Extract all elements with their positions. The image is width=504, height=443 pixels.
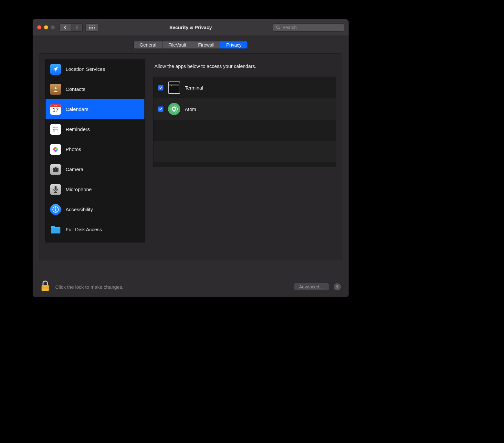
folder-icon: [50, 224, 61, 235]
sidebar-item-label: Photos: [66, 146, 81, 152]
footer: Click the lock to make changes. Advanced…: [33, 276, 349, 297]
svg-point-2: [55, 87, 57, 89]
app-row-empty: [153, 141, 336, 162]
svg-rect-18: [55, 167, 57, 168]
sidebar-item-label: Microphone: [66, 187, 92, 192]
svg-rect-37: [42, 290, 49, 290]
svg-rect-36: [42, 288, 49, 289]
svg-rect-35: [42, 287, 49, 288]
app-checkbox[interactable]: [158, 106, 163, 112]
search-field[interactable]: [273, 23, 344, 32]
location-icon: [50, 64, 61, 75]
app-label: Terminal: [185, 85, 203, 91]
microphone-icon: [50, 184, 61, 195]
app-label: Atom: [185, 106, 196, 112]
app-checkbox[interactable]: [158, 85, 163, 91]
app-list: >_ Terminal Atom: [153, 77, 336, 167]
lock-text: Click the lock to make changes.: [55, 284, 123, 290]
lock-icon[interactable]: [40, 280, 50, 293]
svg-rect-21: [55, 186, 57, 190]
sidebar-item-label: Full Disk Access: [66, 227, 102, 232]
calendar-month: JUL: [54, 104, 58, 106]
titlebar: Security & Privacy: [33, 19, 349, 36]
sidebar-item-label: Contacts: [66, 86, 85, 92]
sidebar-item-label: Accessibility: [66, 207, 93, 212]
back-button[interactable]: [59, 23, 71, 32]
preferences-window: Security & Privacy General FileVault Fir…: [32, 19, 349, 297]
svg-point-7: [53, 130, 55, 132]
sidebar-item-calendars[interactable]: JUL 17 Calendars: [46, 99, 144, 119]
atom-icon: [168, 103, 180, 115]
tab-bar: General FileVault Firewall Privacy: [39, 41, 342, 49]
app-row-empty: [153, 120, 336, 141]
sidebar-item-label: Calendars: [66, 106, 89, 112]
sidebar-item-label: Location Services: [66, 66, 105, 72]
svg-rect-6: [55, 129, 58, 130]
permission-description: Allow the apps below to access your cale…: [153, 59, 336, 77]
svg-point-25: [55, 207, 56, 209]
tab-general[interactable]: General: [134, 41, 163, 49]
svg-line-1: [279, 28, 280, 29]
sidebar-item-accessibility[interactable]: Accessibility: [46, 200, 144, 220]
content-panel: Location Services Contacts: [39, 53, 342, 260]
privacy-category-list: Location Services Contacts: [45, 59, 145, 243]
sidebar-item-label: Reminders: [66, 126, 90, 132]
tab-firewall[interactable]: Firewall: [192, 41, 220, 49]
svg-point-5: [53, 129, 55, 130]
photos-icon: [50, 144, 61, 155]
search-icon: [276, 25, 280, 30]
svg-point-32: [173, 108, 174, 109]
minimize-window-button[interactable]: [44, 25, 48, 29]
help-button[interactable]: ?: [334, 283, 341, 290]
sidebar-item-camera[interactable]: Camera: [46, 159, 144, 179]
close-window-button[interactable]: [37, 25, 41, 29]
app-row-empty: [153, 162, 336, 167]
sidebar-item-microphone[interactable]: Microphone: [46, 179, 144, 200]
tab-filevault[interactable]: FileVault: [163, 41, 192, 49]
advanced-button[interactable]: Advanced…: [294, 283, 329, 291]
sidebar-item-reminders[interactable]: Reminders: [46, 119, 144, 139]
app-row: Atom: [153, 98, 336, 120]
sidebar-item-photos[interactable]: Photos: [46, 139, 144, 159]
svg-rect-26: [51, 228, 60, 233]
svg-point-3: [53, 127, 55, 128]
svg-rect-8: [55, 131, 58, 131]
accessibility-icon: [50, 204, 61, 215]
privacy-category-scroll[interactable]: Location Services Contacts: [46, 59, 145, 242]
show-all-button[interactable]: [85, 23, 98, 32]
reminders-icon: [50, 124, 61, 135]
search-input[interactable]: [282, 25, 341, 30]
contacts-icon: [50, 84, 61, 95]
svg-rect-34: [42, 286, 49, 286]
app-row: >_ Terminal: [153, 77, 336, 98]
camera-icon: [50, 164, 61, 175]
sidebar-item-contacts[interactable]: Contacts: [46, 79, 144, 99]
svg-rect-4: [55, 127, 58, 128]
sidebar-item-label: Camera: [66, 167, 83, 172]
zoom-window-button[interactable]: [51, 25, 55, 29]
tab-privacy[interactable]: Privacy: [220, 41, 247, 49]
svg-point-20: [55, 169, 57, 171]
calendar-icon: JUL 17: [50, 104, 61, 115]
forward-button[interactable]: [71, 23, 83, 32]
svg-text:>_: >_: [171, 84, 173, 86]
window-controls: [37, 25, 55, 29]
calendar-day: 17: [50, 107, 61, 113]
terminal-icon: >_: [168, 81, 180, 94]
sidebar-item-full-disk-access[interactable]: Full Disk Access: [46, 220, 144, 240]
sidebar-item-location-services[interactable]: Location Services: [46, 59, 144, 79]
